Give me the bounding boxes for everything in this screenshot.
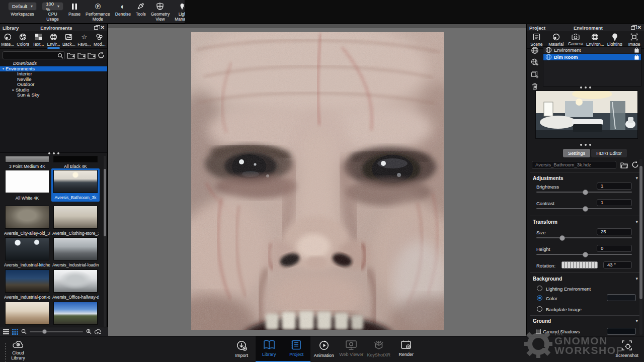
thumbnail-clothing-store[interactable] bbox=[53, 206, 98, 229]
collapse-chevron-icon[interactable]: ▾ bbox=[635, 219, 638, 224]
tab-materials[interactable]: Mate... bbox=[0, 31, 15, 48]
tree-item-neville[interactable]: Neville bbox=[0, 77, 107, 82]
denoise-button[interactable]: ◐ Denoise bbox=[115, 2, 131, 17]
tab-favorites[interactable]: ☆ Favo... bbox=[76, 31, 92, 48]
restore-panel-icon[interactable] bbox=[94, 26, 98, 30]
thumbnail-size-slider[interactable] bbox=[30, 331, 83, 332]
tree-item-outdoor[interactable]: Outdoor bbox=[0, 82, 107, 87]
thumbnail-room[interactable] bbox=[5, 302, 49, 325]
tree-item-interior[interactable]: Interior bbox=[0, 71, 107, 77]
project-scrollbar-thumb[interactable] bbox=[639, 166, 642, 299]
brightness-value[interactable]: 1 bbox=[597, 183, 632, 190]
screenshot-button[interactable]: Screenshot bbox=[612, 336, 642, 362]
size-slider-knob[interactable] bbox=[559, 235, 565, 241]
tab-backplates[interactable]: Back... bbox=[61, 31, 76, 48]
chevron-down-icon[interactable]: ▾ bbox=[1, 66, 6, 72]
render-button[interactable]: Render bbox=[392, 336, 420, 362]
tab-environment[interactable]: Environ... bbox=[585, 31, 605, 48]
tab-settings[interactable]: Settings bbox=[563, 149, 590, 157]
brightness-slider[interactable] bbox=[536, 192, 632, 193]
library-scrollbar-thumb[interactable] bbox=[104, 169, 106, 236]
cloud-upload-icon[interactable] bbox=[95, 329, 101, 335]
close-icon[interactable]: ✕ bbox=[101, 25, 105, 30]
tab-textures[interactable]: Text... bbox=[31, 31, 46, 48]
panel-splitter-handle[interactable] bbox=[0, 152, 107, 154]
thumbnail-bathroom-selected[interactable]: Aversis_Bathroom_3k bbox=[51, 168, 100, 202]
open-folder-icon[interactable] bbox=[620, 161, 628, 168]
tab-models[interactable]: Mod... bbox=[92, 31, 107, 48]
duplicate-environment-icon[interactable] bbox=[530, 70, 540, 78]
tab-lighting[interactable]: Lighting bbox=[605, 31, 624, 48]
tab-hdri-editor[interactable]: HDRI Editor bbox=[591, 149, 627, 157]
height-value[interactable]: 0 bbox=[597, 245, 632, 252]
thumbnail-size-slider-knob[interactable] bbox=[42, 329, 47, 334]
tree-item-environments[interactable]: ▾Environments bbox=[0, 66, 107, 72]
list-view-icon[interactable] bbox=[3, 329, 9, 334]
restore-panel-icon[interactable] bbox=[631, 26, 635, 30]
thumbnail-3-point-medium[interactable] bbox=[5, 156, 49, 162]
tab-colors[interactable]: Colors bbox=[15, 31, 30, 48]
thumbnail-industrial-loading[interactable] bbox=[53, 237, 98, 260]
grid-view-icon[interactable] bbox=[12, 329, 18, 335]
thumbnail-city-alley[interactable] bbox=[5, 206, 49, 229]
library-scrollbar[interactable] bbox=[104, 156, 106, 327]
collapse-chevron-icon[interactable]: ▾ bbox=[635, 276, 638, 281]
workspaces-dropdown[interactable]: Default ▾ bbox=[8, 2, 37, 11]
thumbnail-all-black[interactable] bbox=[53, 156, 98, 162]
height-slider-knob[interactable] bbox=[583, 252, 588, 257]
library-button[interactable]: Library bbox=[256, 336, 283, 362]
thumbnail-road[interactable] bbox=[53, 302, 98, 325]
environment-item-dim-room[interactable]: Dim Room bbox=[543, 54, 641, 61]
reload-hdri-icon[interactable] bbox=[631, 161, 639, 168]
contrast-slider-knob[interactable] bbox=[583, 206, 588, 212]
environment-sphere-icon[interactable] bbox=[530, 46, 540, 54]
zoom-out-icon[interactable] bbox=[21, 329, 27, 334]
environment-item[interactable]: Environment bbox=[543, 47, 641, 54]
ground-shadows-swatch[interactable] bbox=[607, 328, 636, 335]
ground-header[interactable]: Ground bbox=[533, 318, 551, 324]
contrast-slider[interactable] bbox=[536, 208, 632, 209]
lock-icon[interactable] bbox=[634, 47, 639, 53]
thumbnail-industrial-kitchen[interactable] bbox=[5, 237, 49, 260]
performance-mode-button[interactable]: ℗ Performance Mode bbox=[86, 2, 110, 22]
collapse-chevron-icon[interactable]: ▾ bbox=[635, 318, 638, 323]
hdri-preview[interactable] bbox=[535, 90, 638, 139]
rotation-scrubber[interactable] bbox=[561, 261, 598, 268]
thumbnail-office-hallway[interactable] bbox=[53, 269, 98, 293]
tree-item-downloads[interactable]: Downloads bbox=[0, 61, 107, 66]
size-value[interactable]: 25 bbox=[597, 228, 632, 235]
transform-header[interactable]: Transform bbox=[533, 219, 557, 225]
project-button[interactable]: Project bbox=[283, 336, 310, 362]
tab-environments[interactable]: Envir... bbox=[46, 31, 61, 48]
cpu-usage-dropdown[interactable]: 100 % ▾ bbox=[42, 2, 63, 11]
search-input[interactable] bbox=[3, 51, 65, 59]
chevron-right-icon[interactable]: ▸ bbox=[11, 87, 16, 93]
background-color-swatch[interactable] bbox=[607, 294, 636, 301]
contrast-value[interactable]: 1 bbox=[597, 199, 632, 206]
tools-button[interactable]: Tools bbox=[136, 2, 146, 17]
adjustments-header[interactable]: Adjustments bbox=[533, 175, 564, 181]
realtime-viewport[interactable] bbox=[108, 24, 526, 336]
geometry-view-button[interactable]: Geometry View bbox=[151, 2, 170, 22]
color-radio[interactable] bbox=[537, 295, 542, 301]
folder-add-icon[interactable] bbox=[67, 52, 75, 59]
thumbnail-industrial-port[interactable] bbox=[5, 269, 49, 293]
backplate-image-radio[interactable] bbox=[537, 306, 542, 312]
pause-button[interactable]: Pause bbox=[68, 2, 80, 17]
hdri-filename-field[interactable]: Aversis_Bathroom_3k.hdz bbox=[532, 161, 616, 169]
brightness-slider-knob[interactable] bbox=[583, 190, 588, 195]
lock-icon[interactable] bbox=[634, 54, 639, 60]
panel-splitter-handle[interactable] bbox=[527, 144, 644, 146]
collapse-chevron-icon[interactable]: ▾ bbox=[635, 175, 638, 180]
tree-item-studio[interactable]: ▸Studio bbox=[0, 87, 107, 93]
animation-button[interactable]: Animation bbox=[310, 336, 338, 362]
add-environment-icon[interactable] bbox=[530, 58, 540, 66]
height-slider[interactable] bbox=[536, 254, 632, 255]
panel-splitter-handle[interactable] bbox=[527, 86, 644, 88]
tree-item-sun-sky[interactable]: Sun & Sky bbox=[0, 93, 107, 98]
thumbnail-bathroom[interactable] bbox=[53, 170, 98, 193]
zoom-in-icon[interactable] bbox=[86, 329, 92, 334]
tab-camera[interactable]: Camera bbox=[566, 31, 586, 48]
tab-material[interactable]: Material bbox=[546, 31, 566, 48]
import-button[interactable]: Import bbox=[228, 336, 256, 362]
